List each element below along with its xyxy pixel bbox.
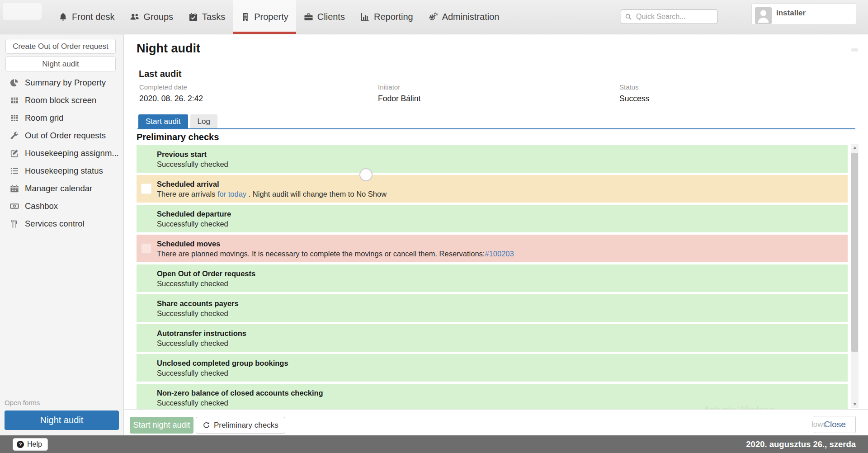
check-row-unclosed-completed-group-bookings: Unclosed completed group bookingsSuccess…	[137, 354, 848, 382]
search-input[interactable]	[635, 12, 713, 21]
sidebar-item-room-block-screen[interactable]: Room block screen	[0, 91, 123, 109]
nav-property[interactable]: Property	[233, 0, 296, 34]
gears-icon	[429, 12, 438, 22]
sidebar-item-label: Cashbox	[25, 201, 58, 211]
preliminary-checks-button[interactable]: Preliminary checks	[196, 417, 285, 434]
question-icon: ?	[17, 441, 24, 448]
sidebar-item-housekeeping-status[interactable]: Housekeeping status	[0, 162, 123, 179]
help-button[interactable]: ? Help	[13, 438, 48, 451]
check-title: Previous start	[157, 149, 228, 159]
topnav-items: Front deskGroupsTasksPropertyClientsRepo…	[51, 0, 507, 34]
night-audit-button[interactable]: Night audit	[5, 57, 116, 71]
pie-chart-icon	[10, 78, 19, 87]
scroll-down-arrow-icon[interactable]	[851, 400, 859, 408]
completed-date-value: 2020. 08. 26. 2:42	[139, 94, 378, 104]
nav-administration[interactable]: Administration	[421, 0, 507, 34]
check-checkbox[interactable]	[141, 184, 151, 194]
refresh-icon	[203, 421, 210, 429]
check-description-text: There are planned movings. It is necessa…	[157, 250, 485, 258]
grid-icon	[10, 113, 19, 123]
check-description: There are planned movings. It is necessa…	[157, 249, 514, 259]
nav-label: Front desk	[72, 12, 114, 22]
check-description: Successfully checked	[157, 278, 255, 288]
last-audit-heading: Last audit	[139, 69, 181, 79]
checks-scrollbar[interactable]	[851, 144, 859, 408]
users-icon	[130, 12, 139, 22]
check-description: Successfully checked	[157, 338, 246, 348]
check-description-text: Successfully checked	[157, 369, 228, 377]
nav-reporting[interactable]: Reporting	[353, 0, 421, 34]
calendar-icon	[10, 184, 19, 193]
utensils-icon	[10, 219, 19, 228]
sidebar-item-label: Summary by Property	[25, 78, 106, 88]
tab-log[interactable]: Log	[190, 114, 217, 128]
preliminary-checks-button-label: Preliminary checks	[214, 421, 278, 430]
check-link[interactable]: for today	[217, 190, 246, 198]
completed-date-label: Completed date	[139, 83, 378, 91]
sidebar-item-label: Housekeeping status	[25, 166, 103, 176]
list-icon	[10, 166, 19, 175]
help-button-label: Help	[27, 440, 42, 448]
check-title: Autotransfer instructions	[157, 328, 246, 338]
sidebar-item-out-of-order-requests[interactable]: Out of Order requests	[0, 127, 123, 144]
check-description-text: Successfully checked	[157, 399, 228, 407]
open-form-night-audit[interactable]: Night audit	[5, 411, 119, 430]
check-description-text: Successfully checked	[157, 220, 228, 228]
bar-chart-icon	[360, 12, 370, 22]
nav-tasks[interactable]: Tasks	[181, 0, 233, 34]
check-description: Successfully checked	[157, 398, 323, 408]
check-description: Successfully checked	[157, 368, 288, 378]
check-checkbox[interactable]	[141, 243, 151, 254]
check-title: Share accounts payers	[157, 298, 239, 308]
bell-icon	[58, 12, 68, 22]
scrollbar-thumb[interactable]	[851, 153, 858, 352]
nav-label: Reporting	[374, 12, 413, 22]
nav-clients[interactable]: Clients	[296, 0, 353, 34]
main-content: Night audit Last audit Completed date 20…	[124, 34, 868, 435]
building-icon	[241, 12, 250, 22]
check-link[interactable]: #100203	[485, 250, 514, 258]
check-row-scheduled-departure: Scheduled departureSuccessfully checked	[137, 205, 848, 232]
tab-underline	[137, 128, 855, 129]
sidebar-item-summary-by-property[interactable]: Summary by Property	[0, 74, 123, 91]
avatar	[755, 7, 772, 24]
tab-start-audit[interactable]: Start audit	[138, 114, 188, 128]
nav-label: Groups	[143, 12, 173, 22]
sidebar-item-room-grid[interactable]: Room grid	[0, 109, 123, 127]
loading-spinner	[359, 168, 373, 181]
user-name: installer	[776, 7, 806, 24]
last-audit-info: Completed date 2020. 08. 26. 2:42 Initia…	[139, 83, 649, 104]
check-title: Unclosed completed group bookings	[157, 358, 288, 368]
status-value: Success	[619, 94, 649, 104]
check-row-autotransfer-instructions: Autotransfer instructionsSuccessfully ch…	[137, 324, 848, 352]
nav-label: Clients	[317, 12, 345, 22]
nav-label: Tasks	[202, 12, 225, 22]
check-title: Non-zero balance of closed accounts chec…	[157, 388, 323, 398]
create-ooo-request-button[interactable]: Create Out of Order request	[5, 39, 116, 54]
user-menu[interactable]: installer	[751, 3, 856, 25]
tab-bar: Start auditLog	[138, 114, 217, 128]
check-title: Scheduled moves	[157, 239, 514, 249]
check-row-scheduled-arrival: Scheduled arrivalThere are arrivals for …	[137, 175, 848, 203]
sidebar-item-manager-calendar[interactable]: Manager calendar	[0, 179, 123, 197]
windows-watermark-fragment: lows.	[811, 420, 829, 429]
quick-search-box[interactable]	[621, 9, 717, 24]
nav-groups[interactable]: Groups	[122, 0, 181, 34]
collapse-pill	[851, 48, 858, 52]
scroll-up-arrow-icon[interactable]	[851, 144, 859, 151]
app-logo	[3, 3, 42, 20]
preliminary-checks-heading: Preliminary checks	[137, 132, 219, 142]
check-row-share-accounts-payers: Share accounts payersSuccessfully checke…	[137, 294, 848, 322]
start-night-audit-button[interactable]: Start night audit	[130, 417, 193, 434]
page-title: Night audit	[137, 42, 200, 56]
action-bar: Start night audit Preliminary checks Clo…	[124, 409, 868, 435]
footer-date: 2020. augusztus 26., szerda	[746, 439, 856, 449]
nav-label: Property	[254, 12, 288, 22]
sidebar-item-housekeeping-assignm[interactable]: Housekeeping assignm...	[0, 144, 123, 162]
sidebar-item-cashbox[interactable]: Cashbox	[0, 197, 123, 215]
search-icon	[625, 13, 632, 20]
nav-front-desk[interactable]: Front desk	[51, 0, 122, 34]
sidebar-item-services-control[interactable]: Services control	[0, 215, 123, 232]
sidebar-menu: Summary by PropertyRoom block screenRoom…	[0, 74, 123, 232]
check-description-text: Successfully checked	[157, 309, 228, 317]
